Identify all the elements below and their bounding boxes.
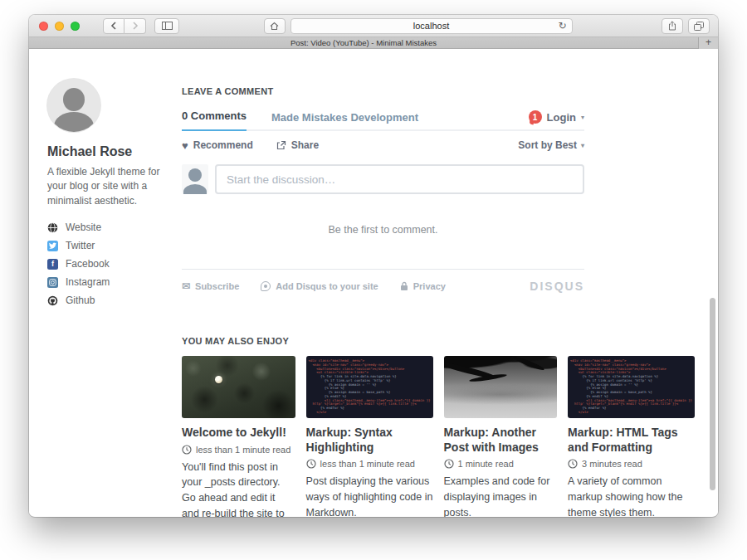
heart-icon: ♥: [182, 141, 188, 150]
link-label: Github: [66, 295, 95, 306]
sort-label: Sort by Best: [518, 139, 577, 151]
sort-dropdown[interactable]: Sort by Best ▾: [518, 139, 584, 151]
forum-name-link[interactable]: Made Mistakes Development: [271, 111, 418, 124]
post-meta: less than 1 minute read: [182, 445, 295, 455]
page-content: Michael Rose A flexible Jekyll theme for…: [29, 49, 718, 516]
commenter-avatar: [182, 164, 208, 194]
tree-branch: [512, 356, 544, 372]
github-icon: [47, 295, 58, 306]
author-profile: Michael Rose A flexible Jekyll theme for…: [47, 79, 173, 313]
browser-window: localhost ↻ Post: Video (YouTube) - Mini…: [29, 15, 718, 517]
post-thumbnail-code[interactable]: <div class="masthead__menu"> <nav id="si…: [306, 356, 433, 418]
related-card[interactable]: <div class="masthead__menu"> <nav id="si…: [306, 356, 433, 517]
minimize-window-button[interactable]: [55, 22, 64, 31]
share-thread-button[interactable]: Share: [276, 139, 319, 151]
related-card[interactable]: Welcome to Jekyll! less than 1 minute re…: [182, 356, 295, 517]
post-title[interactable]: Welcome to Jekyll!: [182, 426, 295, 441]
post-title[interactable]: Markup: Syntax Highlighting: [306, 426, 433, 455]
refresh-icon[interactable]: ↻: [558, 20, 566, 32]
disqus-header: 0 Comments Made Mistakes Development 1 L…: [182, 105, 584, 131]
avatar-silhouette: [63, 88, 85, 111]
sidebar-item-website[interactable]: Website: [47, 222, 173, 233]
post-title[interactable]: Markup: HTML Tags and Formatting: [568, 426, 695, 455]
sidebar-item-facebook[interactable]: f Facebook: [47, 258, 173, 270]
link-label: Instagram: [66, 276, 110, 288]
forward-button[interactable]: [124, 18, 146, 34]
tab-overview-button[interactable]: [688, 18, 710, 34]
new-tab-button[interactable]: +: [698, 37, 718, 49]
comment-count-tab[interactable]: 0 Comments: [182, 105, 247, 131]
sidebar-item-instagram[interactable]: Instagram: [47, 276, 173, 288]
comment-input[interactable]: [215, 164, 584, 194]
post-excerpt: Examples and code for displaying images …: [444, 474, 558, 517]
add-disqus-label: Add Disqus to your site: [276, 281, 378, 291]
page-scrollbar[interactable]: [710, 298, 715, 490]
post-excerpt: You'll find this post in your _posts dir…: [182, 460, 295, 518]
privacy-link[interactable]: Privacy: [400, 281, 446, 291]
clock-icon: [306, 459, 316, 469]
code-line: </ul>: [309, 411, 431, 415]
share-page-button[interactable]: [662, 18, 683, 34]
share-icon: [276, 140, 286, 150]
twitter-icon: [47, 241, 58, 251]
chevron-down-icon: ▾: [581, 142, 584, 149]
instagram-icon: [47, 277, 58, 288]
read-time: 1 minute read: [458, 459, 514, 469]
read-time: less than 1 minute read: [320, 459, 415, 469]
sidebar-item-github[interactable]: Github: [47, 295, 173, 306]
post-excerpt: A variety of common markup showing how t…: [568, 474, 695, 517]
back-button[interactable]: [103, 18, 124, 34]
recommend-label: Recommend: [193, 139, 253, 151]
home-icon: [270, 22, 279, 31]
read-time: 3 minutes read: [582, 459, 642, 469]
post-meta: 1 minute read: [444, 459, 558, 469]
privacy-label: Privacy: [413, 281, 446, 291]
facebook-icon: f: [47, 259, 58, 270]
post-thumbnail-green-macro[interactable]: [182, 356, 295, 418]
avatar-silhouette: [183, 184, 207, 194]
share-label: Share: [291, 139, 319, 151]
disqus-actions: ♥ Recommend Share Sort by Best ▾: [182, 131, 584, 159]
post-thumbnail-code[interactable]: <div class="masthead__menu"> <nav id="si…: [568, 356, 695, 418]
empty-state-message: Be the first to comment.: [182, 224, 584, 236]
sidebar-icon: [162, 22, 173, 30]
related-card[interactable]: <div class="masthead__menu"> <nav id="si…: [568, 356, 695, 517]
disqus-icon: [261, 281, 271, 291]
avatar-silhouette: [188, 168, 202, 182]
sidebar-toggle-button[interactable]: [154, 18, 179, 34]
chevron-down-icon: ▾: [581, 114, 584, 121]
address-bar[interactable]: localhost ↻: [290, 18, 573, 34]
related-card[interactable]: Markup: Another Post with Images 1 minut…: [444, 356, 558, 517]
recommend-button[interactable]: ♥ Recommend: [182, 139, 253, 151]
clock-icon: [444, 459, 454, 469]
login-control[interactable]: 1 Login ▾: [529, 110, 584, 124]
add-disqus-link[interactable]: Add Disqus to your site: [261, 281, 378, 291]
related-cards: Welcome to Jekyll! less than 1 minute re…: [182, 356, 695, 517]
subscribe-label: Subscribe: [195, 281, 239, 291]
subscribe-link[interactable]: ✉ Subscribe: [182, 280, 239, 292]
comments-heading: LEAVE A COMMENT: [182, 86, 695, 96]
post-meta: less than 1 minute read: [306, 459, 433, 469]
author-bio: A flexible Jekyll theme for your blog or…: [47, 165, 173, 208]
disqus-footer: ✉ Subscribe Add Disqus to your site Priv…: [182, 280, 584, 293]
code-line: </ul>: [570, 411, 692, 415]
home-button[interactable]: [264, 18, 286, 34]
login-label: Login: [547, 111, 576, 124]
notification-badge[interactable]: 1: [529, 110, 542, 124]
envelope-icon: ✉: [182, 280, 190, 292]
related-heading: YOU MAY ALSO ENJOY: [182, 336, 695, 346]
comment-editor: [182, 164, 584, 194]
post-title[interactable]: Markup: Another Post with Images: [444, 426, 558, 455]
history-nav-buttons: [103, 18, 146, 34]
lock-icon: [400, 281, 408, 291]
disqus-logo[interactable]: DISQUS: [530, 280, 584, 293]
close-window-button[interactable]: [39, 22, 48, 31]
sidebar-item-twitter[interactable]: Twitter: [47, 240, 173, 251]
browser-toolbar: localhost ↻: [29, 15, 718, 37]
post-meta: 3 minutes read: [568, 459, 695, 469]
post-thumbnail-foggy-trees[interactable]: [444, 356, 558, 418]
zoom-window-button[interactable]: [71, 22, 80, 31]
pearl-droplet: [215, 376, 222, 383]
active-tab[interactable]: Post: Video (YouTube) - Minimal Mistakes: [29, 38, 698, 47]
disqus-embed: 0 Comments Made Mistakes Development 1 L…: [182, 105, 584, 293]
